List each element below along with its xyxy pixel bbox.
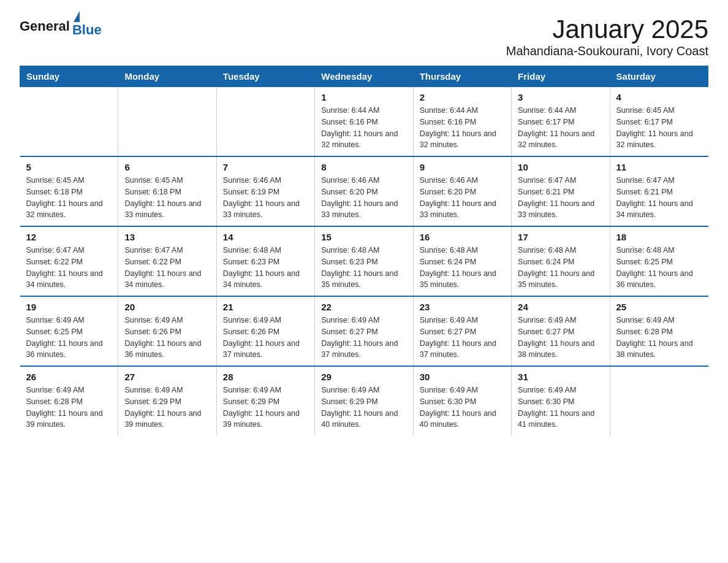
day-number: 7 <box>223 162 308 172</box>
day-info: Sunrise: 6:46 AMSunset: 6:20 PMDaylight:… <box>420 175 505 221</box>
calendar-cell: 2Sunrise: 6:44 AMSunset: 6:16 PMDaylight… <box>413 87 511 157</box>
day-info: Sunrise: 6:44 AMSunset: 6:16 PMDaylight:… <box>420 105 505 151</box>
calendar-cell: 23Sunrise: 6:49 AMSunset: 6:27 PMDayligh… <box>413 296 511 366</box>
calendar-cell: 21Sunrise: 6:49 AMSunset: 6:26 PMDayligh… <box>216 296 314 366</box>
calendar-table: SundayMondayTuesdayWednesdayThursdayFrid… <box>20 66 708 435</box>
day-info: Sunrise: 6:49 AMSunset: 6:27 PMDaylight:… <box>420 315 505 361</box>
calendar-cell: 19Sunrise: 6:49 AMSunset: 6:25 PMDayligh… <box>20 296 118 366</box>
day-info: Sunrise: 6:46 AMSunset: 6:20 PMDaylight:… <box>321 175 406 221</box>
calendar-cell <box>216 87 314 157</box>
day-number: 6 <box>124 162 210 172</box>
day-info: Sunrise: 6:47 AMSunset: 6:21 PMDaylight:… <box>518 175 603 221</box>
day-number: 15 <box>321 232 406 242</box>
day-number: 23 <box>420 302 505 312</box>
day-number: 14 <box>223 232 308 242</box>
day-info: Sunrise: 6:49 AMSunset: 6:25 PMDaylight:… <box>26 315 112 361</box>
day-info: Sunrise: 6:44 AMSunset: 6:17 PMDaylight:… <box>518 105 603 151</box>
week-row-1: 1Sunrise: 6:44 AMSunset: 6:16 PMDaylight… <box>20 87 708 157</box>
calendar-cell: 28Sunrise: 6:49 AMSunset: 6:29 PMDayligh… <box>216 366 314 435</box>
calendar-cell <box>610 366 708 435</box>
day-info: Sunrise: 6:48 AMSunset: 6:24 PMDaylight:… <box>420 245 505 291</box>
calendar-cell: 9Sunrise: 6:46 AMSunset: 6:20 PMDaylight… <box>413 156 511 226</box>
calendar-cell: 15Sunrise: 6:48 AMSunset: 6:23 PMDayligh… <box>315 226 413 296</box>
page-header: General Blue January 2025 Mahandiana-Sou… <box>20 15 708 58</box>
day-info: Sunrise: 6:49 AMSunset: 6:27 PMDaylight:… <box>321 315 406 361</box>
day-number: 19 <box>26 302 112 312</box>
day-number: 28 <box>223 372 308 382</box>
day-number: 31 <box>518 372 603 382</box>
day-info: Sunrise: 6:45 AMSunset: 6:18 PMDaylight:… <box>124 175 210 221</box>
calendar-cell: 20Sunrise: 6:49 AMSunset: 6:26 PMDayligh… <box>118 296 216 366</box>
day-info: Sunrise: 6:47 AMSunset: 6:21 PMDaylight:… <box>616 175 702 221</box>
header-sunday: Sunday <box>20 66 118 87</box>
day-number: 10 <box>518 162 603 172</box>
calendar-cell: 10Sunrise: 6:47 AMSunset: 6:21 PMDayligh… <box>512 156 610 226</box>
day-number: 27 <box>124 372 210 382</box>
day-number: 3 <box>518 92 603 102</box>
calendar-cell: 24Sunrise: 6:49 AMSunset: 6:27 PMDayligh… <box>512 296 610 366</box>
calendar-cell: 4Sunrise: 6:45 AMSunset: 6:17 PMDaylight… <box>610 87 708 157</box>
calendar-cell: 13Sunrise: 6:47 AMSunset: 6:22 PMDayligh… <box>118 226 216 296</box>
day-info: Sunrise: 6:48 AMSunset: 6:23 PMDaylight:… <box>223 245 308 291</box>
week-row-5: 26Sunrise: 6:49 AMSunset: 6:28 PMDayligh… <box>20 366 708 435</box>
day-number: 30 <box>420 372 505 382</box>
calendar-cell <box>20 87 118 157</box>
calendar-cell <box>118 87 216 157</box>
week-row-3: 12Sunrise: 6:47 AMSunset: 6:22 PMDayligh… <box>20 226 708 296</box>
calendar-cell: 8Sunrise: 6:46 AMSunset: 6:20 PMDaylight… <box>315 156 413 226</box>
day-info: Sunrise: 6:48 AMSunset: 6:23 PMDaylight:… <box>321 245 406 291</box>
calendar-cell: 18Sunrise: 6:48 AMSunset: 6:25 PMDayligh… <box>610 226 708 296</box>
header-wednesday: Wednesday <box>315 66 413 87</box>
logo-triangle-icon <box>74 11 80 22</box>
header-friday: Friday <box>512 66 610 87</box>
calendar-cell: 25Sunrise: 6:49 AMSunset: 6:28 PMDayligh… <box>610 296 708 366</box>
calendar-cell: 17Sunrise: 6:48 AMSunset: 6:24 PMDayligh… <box>512 226 610 296</box>
calendar-cell: 30Sunrise: 6:49 AMSunset: 6:30 PMDayligh… <box>413 366 511 435</box>
day-number: 26 <box>26 372 112 382</box>
calendar-cell: 31Sunrise: 6:49 AMSunset: 6:30 PMDayligh… <box>512 366 610 435</box>
title-block: January 2025 Mahandiana-Soukourani, Ivor… <box>506 15 708 58</box>
day-info: Sunrise: 6:48 AMSunset: 6:25 PMDaylight:… <box>616 245 702 291</box>
calendar-cell: 29Sunrise: 6:49 AMSunset: 6:29 PMDayligh… <box>315 366 413 435</box>
calendar-cell: 22Sunrise: 6:49 AMSunset: 6:27 PMDayligh… <box>315 296 413 366</box>
day-info: Sunrise: 6:49 AMSunset: 6:28 PMDaylight:… <box>616 315 702 361</box>
calendar-subtitle: Mahandiana-Soukourani, Ivory Coast <box>506 44 708 58</box>
day-number: 29 <box>321 372 406 382</box>
day-number: 16 <box>420 232 505 242</box>
day-number: 8 <box>321 162 406 172</box>
day-info: Sunrise: 6:49 AMSunset: 6:26 PMDaylight:… <box>124 315 210 361</box>
day-number: 2 <box>420 92 505 102</box>
calendar-cell: 3Sunrise: 6:44 AMSunset: 6:17 PMDaylight… <box>512 87 610 157</box>
logo: General Blue <box>20 15 102 38</box>
day-info: Sunrise: 6:47 AMSunset: 6:22 PMDaylight:… <box>26 245 112 291</box>
day-number: 20 <box>124 302 210 312</box>
day-info: Sunrise: 6:49 AMSunset: 6:29 PMDaylight:… <box>124 385 210 431</box>
header-monday: Monday <box>118 66 216 87</box>
logo-general: General <box>20 18 70 34</box>
day-info: Sunrise: 6:49 AMSunset: 6:30 PMDaylight:… <box>420 385 505 431</box>
calendar-cell: 1Sunrise: 6:44 AMSunset: 6:16 PMDaylight… <box>315 87 413 157</box>
day-number: 13 <box>124 232 210 242</box>
day-info: Sunrise: 6:49 AMSunset: 6:30 PMDaylight:… <box>518 385 603 431</box>
header-thursday: Thursday <box>413 66 511 87</box>
day-info: Sunrise: 6:49 AMSunset: 6:26 PMDaylight:… <box>223 315 308 361</box>
day-info: Sunrise: 6:44 AMSunset: 6:16 PMDaylight:… <box>321 105 406 151</box>
header-tuesday: Tuesday <box>216 66 314 87</box>
week-row-4: 19Sunrise: 6:49 AMSunset: 6:25 PMDayligh… <box>20 296 708 366</box>
day-number: 1 <box>321 92 406 102</box>
day-info: Sunrise: 6:45 AMSunset: 6:18 PMDaylight:… <box>26 175 112 221</box>
day-number: 9 <box>420 162 505 172</box>
day-number: 12 <box>26 232 112 242</box>
day-number: 21 <box>223 302 308 312</box>
day-info: Sunrise: 6:49 AMSunset: 6:29 PMDaylight:… <box>321 385 406 431</box>
day-number: 5 <box>26 162 112 172</box>
calendar-header-row: SundayMondayTuesdayWednesdayThursdayFrid… <box>20 66 708 87</box>
calendar-cell: 16Sunrise: 6:48 AMSunset: 6:24 PMDayligh… <box>413 226 511 296</box>
calendar-cell: 27Sunrise: 6:49 AMSunset: 6:29 PMDayligh… <box>118 366 216 435</box>
calendar-cell: 6Sunrise: 6:45 AMSunset: 6:18 PMDaylight… <box>118 156 216 226</box>
day-info: Sunrise: 6:46 AMSunset: 6:19 PMDaylight:… <box>223 175 308 221</box>
day-info: Sunrise: 6:49 AMSunset: 6:29 PMDaylight:… <box>223 385 308 431</box>
day-info: Sunrise: 6:47 AMSunset: 6:22 PMDaylight:… <box>124 245 210 291</box>
header-saturday: Saturday <box>610 66 708 87</box>
logo-blue: Blue <box>72 22 102 38</box>
